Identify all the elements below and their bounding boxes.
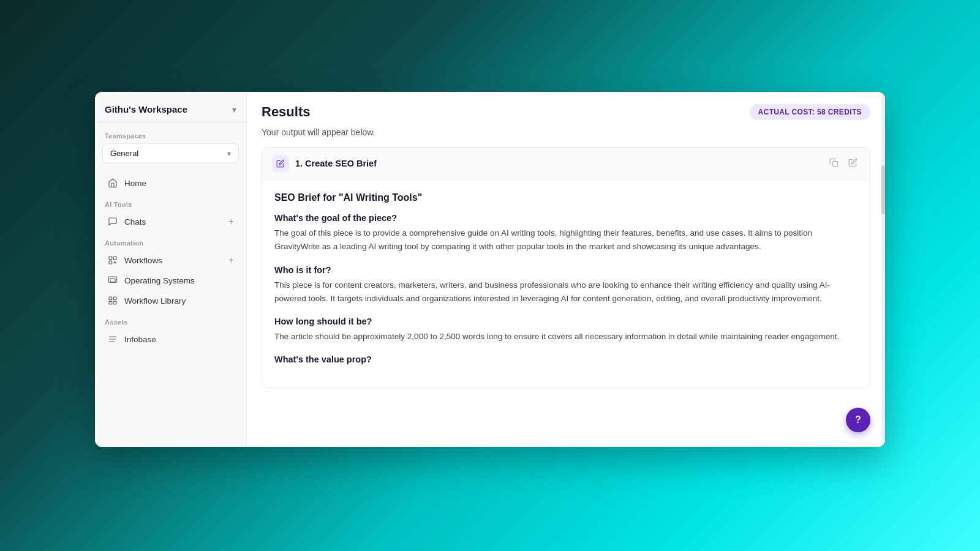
operating-systems-icon (107, 275, 118, 286)
seo-answer-2: The article should be approximately 2,00… (274, 330, 858, 343)
results-body[interactable]: 1. Create SEO Brief SEO Brief for "AI Wr… (247, 147, 885, 447)
sidebar-item-chats[interactable]: Chats + (102, 212, 239, 231)
ai-tools-label: AI Tools (102, 201, 239, 208)
main-content: Results ACTUAL COST: 58 CREDITS Your out… (247, 92, 885, 447)
seo-question-2: How long should it be? (274, 317, 858, 326)
svg-rect-5 (109, 297, 112, 300)
results-subtitle: Your output will appear below. (247, 125, 885, 147)
svg-rect-1 (113, 257, 116, 260)
operating-systems-label: Operating Systems (124, 276, 234, 285)
sidebar-item-workflows[interactable]: Workflows + (102, 250, 239, 270)
chats-add-icon[interactable]: + (228, 216, 234, 227)
teamspaces-section: Teamspaces General ▾ (95, 122, 246, 171)
workflows-add-icon[interactable]: + (228, 255, 234, 266)
seo-section-3: What's the value prop? (274, 354, 858, 364)
seo-answer-0: The goal of this piece is to provide a c… (274, 227, 858, 254)
main-scrollbar (881, 92, 885, 447)
result-card-header: 1. Create SEO Brief (262, 148, 870, 180)
svg-rect-4 (110, 279, 115, 282)
ai-tools-section: AI Tools Chats + (95, 196, 246, 234)
svg-rect-6 (113, 297, 116, 300)
workflow-library-icon (107, 295, 118, 306)
help-button[interactable]: ? (846, 408, 870, 432)
chats-label: Chats (124, 217, 222, 227)
result-card-title: 1. Create SEO Brief (295, 159, 377, 168)
automation-label: Automation (102, 239, 239, 247)
assets-label: Assets (102, 318, 239, 326)
seo-main-title: SEO Brief for "AI Writing Tools" (274, 192, 858, 203)
result-card-body: SEO Brief for "AI Writing Tools" What's … (262, 180, 870, 388)
result-card-actions (827, 157, 860, 171)
result-card: 1. Create SEO Brief SEO Brief for "AI Wr… (262, 147, 870, 388)
sidebar-item-home[interactable]: Home (102, 173, 239, 193)
sidebar-item-operating-systems[interactable]: Operating Systems (102, 271, 239, 290)
workspace-name: Githu's Workspace (105, 104, 187, 114)
svg-rect-12 (833, 161, 838, 166)
workspace-chevron-icon: ▾ (232, 105, 236, 114)
workspace-header[interactable]: Githu's Workspace ▾ (95, 92, 246, 122)
workflow-library-label: Workflow Library (124, 296, 234, 305)
seo-section-0: What's the goal of the piece? The goal o… (274, 213, 858, 254)
sidebar-item-infobase[interactable]: Infobase (102, 329, 239, 349)
teamspaces-dropdown[interactable]: General ▾ (102, 143, 239, 163)
seo-question-0: What's the goal of the piece? (274, 213, 858, 223)
results-header: Results ACTUAL COST: 58 CREDITS (247, 92, 885, 125)
cost-badge: ACTUAL COST: 58 CREDITS (750, 104, 870, 120)
home-icon (107, 178, 118, 189)
app-window: Githu's Workspace ▾ Teamspaces General ▾… (95, 92, 885, 447)
seo-answer-1: This piece is for content creators, mark… (274, 279, 858, 306)
teamspaces-dropdown-icon: ▾ (227, 149, 231, 158)
svg-rect-0 (109, 257, 112, 260)
result-card-title-row: 1. Create SEO Brief (272, 155, 377, 172)
svg-rect-3 (108, 277, 116, 282)
main-scrollbar-thumb (881, 165, 885, 214)
svg-rect-7 (109, 301, 112, 304)
svg-rect-8 (113, 301, 116, 304)
svg-rect-2 (109, 261, 112, 264)
chats-icon (107, 216, 118, 227)
teamspaces-selected-value: General (110, 149, 138, 158)
seo-question-3: What's the value prop? (274, 354, 858, 364)
automation-section: Automation Workflows + Operating Systems… (95, 234, 246, 313)
infobase-label: Infobase (124, 335, 234, 344)
copy-button[interactable] (827, 157, 841, 171)
workflows-icon (107, 255, 118, 266)
seo-question-1: Who is it for? (274, 265, 858, 275)
teamspaces-label: Teamspaces (102, 132, 239, 140)
sidebar: Githu's Workspace ▾ Teamspaces General ▾… (95, 92, 247, 447)
workflows-label: Workflows (124, 256, 222, 265)
edit-button[interactable] (846, 157, 860, 171)
infobase-icon (107, 334, 118, 345)
sidebar-item-workflow-library[interactable]: Workflow Library (102, 291, 239, 310)
seo-section-1: Who is it for? This piece is for content… (274, 265, 858, 306)
results-title: Results (262, 104, 310, 120)
home-section: Home (95, 171, 246, 196)
seo-brief-icon (272, 155, 289, 172)
seo-section-2: How long should it be? The article shoul… (274, 317, 858, 343)
home-label: Home (124, 179, 234, 188)
assets-section: Assets Infobase (95, 313, 246, 352)
